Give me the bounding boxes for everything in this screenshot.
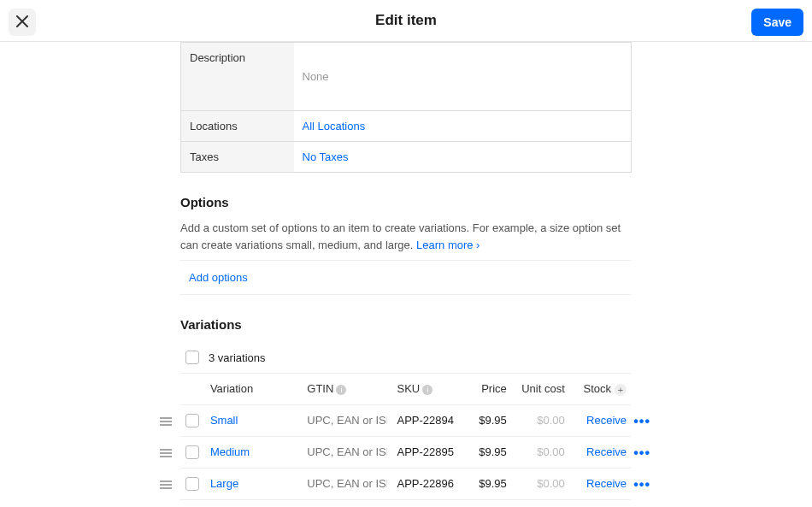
locations-value[interactable]: All Locations — [303, 120, 366, 133]
more-menu-icon[interactable]: ••• — [633, 414, 650, 429]
row-checkbox[interactable] — [185, 445, 199, 459]
variations-count-row: 3 variations — [180, 342, 632, 374]
plus-icon[interactable]: + — [615, 384, 627, 396]
header-unit-cost: Unit cost — [512, 374, 570, 404]
variation-name-link[interactable]: Small — [210, 414, 238, 427]
gtin-input[interactable] — [307, 414, 386, 427]
table-row: SmallAPP-22894$9.95$0.00Receive••• — [180, 404, 632, 436]
header-bar: Edit item Save — [0, 0, 812, 42]
sku-cell[interactable]: APP-22894 — [392, 404, 461, 436]
gtin-input[interactable] — [307, 445, 386, 458]
save-button[interactable]: Save — [751, 9, 803, 36]
select-all-checkbox[interactable] — [185, 351, 199, 364]
drag-handle-icon[interactable] — [160, 479, 172, 492]
unit-cost-cell[interactable]: $0.00 — [512, 436, 570, 468]
receive-link[interactable]: Receive — [586, 414, 627, 427]
add-options-link[interactable]: Add options — [189, 271, 248, 284]
close-icon — [16, 15, 28, 30]
receive-link[interactable]: Receive — [586, 445, 627, 458]
description-value[interactable]: None — [303, 70, 329, 83]
price-cell[interactable]: $9.95 — [461, 468, 512, 499]
header-gtin: GTINi — [302, 374, 391, 404]
row-checkbox[interactable] — [185, 477, 199, 491]
header-stock: Stock+ — [570, 374, 632, 404]
row-checkbox[interactable] — [185, 414, 199, 427]
unit-cost-cell[interactable]: $0.00 — [512, 404, 570, 436]
learn-more-link[interactable]: Learn more › — [416, 239, 480, 251]
table-row: LargeAPP-22896$9.95$0.00Receive••• — [180, 468, 632, 499]
details-table: Description None Locations All Locations… — [180, 42, 632, 173]
drag-handle-icon[interactable] — [160, 416, 172, 428]
info-icon[interactable]: i — [422, 385, 432, 395]
variations-title: Variations — [180, 317, 632, 332]
sku-cell[interactable]: APP-22895 — [392, 436, 461, 468]
variation-name-link[interactable]: Medium — [210, 445, 250, 458]
gtin-input[interactable] — [307, 477, 386, 490]
taxes-label: Taxes — [181, 142, 294, 173]
variations-table: Variation GTINi SKUi Price Unit cost Sto… — [180, 374, 632, 500]
description-row: Description None — [181, 43, 632, 111]
price-cell[interactable]: $9.95 — [461, 436, 512, 468]
options-title: Options — [180, 195, 632, 209]
page-title: Edit item — [375, 12, 437, 29]
sku-cell[interactable]: APP-22896 — [392, 468, 461, 499]
header-price: Price — [461, 374, 512, 404]
taxes-row: Taxes No Taxes — [181, 142, 632, 173]
more-menu-icon[interactable]: ••• — [633, 445, 650, 461]
locations-label: Locations — [181, 111, 294, 142]
close-button[interactable] — [9, 9, 36, 36]
table-row: MediumAPP-22895$9.95$0.00Receive••• — [180, 436, 632, 468]
options-description: Add a custom set of options to an item t… — [180, 220, 632, 253]
variation-name-link[interactable]: Large — [210, 477, 238, 490]
variations-count-label: 3 variations — [209, 351, 265, 364]
receive-link[interactable]: Receive — [586, 477, 627, 490]
taxes-value[interactable]: No Taxes — [303, 150, 349, 163]
unit-cost-cell[interactable]: $0.00 — [512, 468, 570, 499]
more-menu-icon[interactable]: ••• — [633, 477, 650, 492]
description-label: Description — [181, 43, 294, 111]
header-sku: SKUi — [392, 374, 461, 404]
info-icon[interactable]: i — [336, 385, 346, 395]
header-variation: Variation — [205, 374, 302, 404]
drag-handle-icon[interactable] — [160, 447, 172, 460]
locations-row: Locations All Locations — [181, 111, 632, 142]
price-cell[interactable]: $9.95 — [461, 404, 512, 436]
